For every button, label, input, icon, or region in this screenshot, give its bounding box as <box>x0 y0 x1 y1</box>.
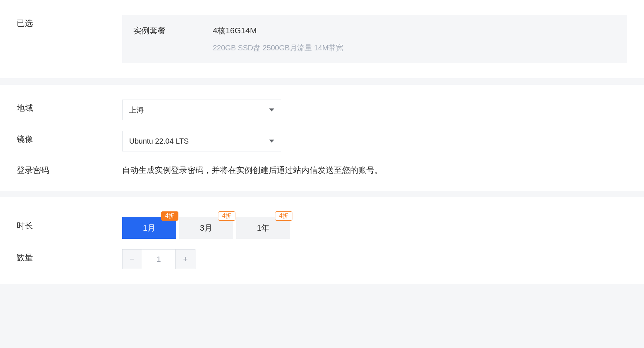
selected-card: 已选 实例套餐 4核16G14M 220GB SSD盘 2500GB月流量 14… <box>0 0 644 78</box>
purchase-card: 时长 4折 1月 4折 3月 4折 1年 数量 − <box>0 197 644 284</box>
selected-plan-label: 实例套餐 <box>133 25 213 53</box>
quantity-input[interactable] <box>142 250 176 269</box>
quantity-increase-button[interactable]: + <box>176 250 195 269</box>
duration-option-1month[interactable]: 4折 1月 <box>122 217 176 239</box>
config-card: 地域 上海 镜像 Ubuntu 22.04 LTS 登录密码 自动生成实例登录密… <box>0 85 644 191</box>
image-row: 镜像 Ubuntu 22.04 LTS <box>17 131 627 151</box>
image-label: 镜像 <box>17 131 122 145</box>
quantity-stepper: − + <box>122 249 195 269</box>
password-label: 登录密码 <box>17 162 122 176</box>
selected-plan-value: 4核16G14M 220GB SSD盘 2500GB月流量 14M带宽 <box>213 25 616 53</box>
caret-down-icon <box>269 140 274 143</box>
discount-badge: 4折 <box>275 211 292 221</box>
selected-plan-desc: 220GB SSD盘 2500GB月流量 14M带宽 <box>213 43 616 53</box>
region-label: 地域 <box>17 100 122 114</box>
quantity-label: 数量 <box>17 249 122 263</box>
duration-option-3month[interactable]: 4折 3月 <box>179 217 233 239</box>
duration-option-text: 1年 <box>257 222 269 234</box>
caret-down-icon <box>269 108 274 111</box>
duration-label: 时长 <box>17 217 122 231</box>
selected-row: 已选 实例套餐 4核16G14M 220GB SSD盘 2500GB月流量 14… <box>17 15 627 63</box>
duration-row: 时长 4折 1月 4折 3月 4折 1年 <box>17 212 627 239</box>
selected-plan-box: 实例套餐 4核16G14M 220GB SSD盘 2500GB月流量 14M带宽 <box>122 15 627 63</box>
quantity-row: 数量 − + <box>17 249 627 269</box>
password-info: 自动生成实例登录密码，并将在实例创建后通过站内信发送至您的账号。 <box>122 162 627 176</box>
password-row: 登录密码 自动生成实例登录密码，并将在实例创建后通过站内信发送至您的账号。 <box>17 162 627 176</box>
region-select[interactable]: 上海 <box>122 100 281 120</box>
duration-options: 4折 1月 4折 3月 4折 1年 <box>122 217 627 239</box>
region-select-value: 上海 <box>129 105 144 115</box>
duration-option-1year[interactable]: 4折 1年 <box>236 217 290 239</box>
quantity-decrease-button[interactable]: − <box>123 250 142 269</box>
region-row: 地域 上海 <box>17 100 627 120</box>
duration-option-text: 3月 <box>200 222 212 234</box>
selected-section-label: 已选 <box>17 15 122 29</box>
discount-badge: 4折 <box>218 211 235 221</box>
discount-badge: 4折 <box>161 211 178 221</box>
image-select[interactable]: Ubuntu 22.04 LTS <box>122 131 281 151</box>
duration-option-text: 1月 <box>143 222 155 234</box>
selected-plan-title: 4核16G14M <box>213 25 616 36</box>
image-select-value: Ubuntu 22.04 LTS <box>129 137 189 145</box>
